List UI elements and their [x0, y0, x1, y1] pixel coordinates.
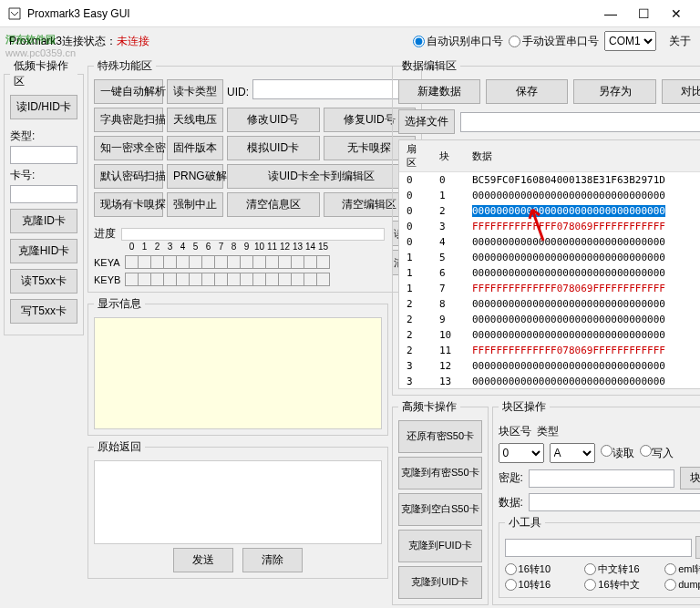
send-button[interactable]: 发送 [173, 548, 233, 572]
table-row[interactable]: 31300000000000000000000000000000000 [399, 374, 700, 389]
uid-label: UID: [227, 86, 249, 98]
table-row[interactable]: 211FFFFFFFFFFFFFF078069FFFFFFFFFFFF [399, 343, 700, 358]
change-uid-button[interactable]: 修改UID号 [227, 108, 320, 132]
saveas-data-button[interactable]: 另存为 [573, 79, 655, 104]
progress-bar [121, 228, 385, 241]
blockno-select[interactable]: 0 [499, 443, 544, 463]
dataedit-legend: 数据编辑区 [398, 58, 460, 74]
cardno-label: 卡号: [10, 168, 77, 183]
table-row[interactable]: 1600000000000000000000000000000000 [399, 265, 700, 281]
key-label: 密匙: [499, 470, 523, 486]
blockno-label: 块区号 [499, 424, 531, 439]
table-row[interactable]: 21000000000000000000000000000000000 [399, 327, 700, 343]
prng-button[interactable]: PRNG破解 [167, 164, 223, 189]
blocktype-select[interactable]: A [550, 443, 595, 463]
firmware-button[interactable]: 固件版本 [167, 136, 223, 160]
keyb-label: KEYB [94, 274, 125, 285]
file-path-input[interactable] [460, 112, 700, 132]
bit-numbers: 0123456789101112131415 [94, 242, 385, 252]
tool-radio-4[interactable]: 16转中文 [584, 578, 657, 592]
tool-radio-1[interactable]: 中文转16 [584, 562, 657, 576]
clear-info-button[interactable]: 清空信息区 [227, 192, 320, 217]
read-radio[interactable]: 读取 [601, 445, 634, 461]
table-row[interactable]: 0100000000000000000000000000000000 [399, 188, 700, 203]
display-legend: 显示信息 [94, 296, 145, 312]
raw-textarea[interactable] [94, 460, 382, 544]
raw-legend: 原始返回 [94, 439, 145, 455]
about-link[interactable]: 关于 [669, 34, 691, 49]
block-data-input[interactable] [529, 493, 700, 511]
hf-legend: 高频卡操作 [398, 399, 460, 415]
block-action-button[interactable]: 块区操作 [680, 467, 700, 489]
compare-data-button[interactable]: 对比数据 [662, 79, 700, 104]
app-icon [7, 6, 22, 21]
table-row[interactable]: 31200000000000000000000000000000000 [399, 358, 700, 374]
tool-radio-3[interactable]: 10转16 [505, 578, 578, 592]
dict-scan-button[interactable]: 字典密匙扫描 [94, 108, 163, 132]
table-row[interactable]: 17FFFFFFFFFFFFFF078069FFFFFFFFFFFF [399, 281, 700, 296]
sniff-card-button[interactable]: 现场有卡嗅探 [94, 192, 163, 217]
tools-legend: 小工具 [505, 515, 545, 531]
convert-button[interactable]: 转换 [695, 536, 700, 559]
default-pwd-button[interactable]: 默认密码扫描 [94, 164, 163, 189]
data-table[interactable]: 扇区 块 数据 00BC59FC0F160804000138E31F63B297… [399, 140, 700, 389]
clone-s50-button[interactable]: 克隆到有密S50卡 [398, 457, 482, 489]
th-sector[interactable]: 扇区 [399, 140, 432, 172]
new-data-button[interactable]: 新建数据 [398, 79, 480, 104]
card-type-button[interactable]: 读卡类型 [167, 79, 223, 104]
choose-file-button[interactable]: 选择文件 [398, 109, 455, 134]
clone-hid-button[interactable]: 克隆HID卡 [10, 239, 77, 263]
tool-radio-2[interactable]: eml转dump [664, 562, 700, 576]
table-row[interactable]: 0400000000000000000000000000000000 [399, 234, 700, 250]
th-data[interactable]: 数据 [465, 140, 700, 172]
close-button[interactable]: ✕ [660, 2, 693, 26]
display-textarea[interactable] [94, 317, 382, 429]
write-radio[interactable]: 写入 [640, 445, 674, 461]
clear-raw-button[interactable]: 清除 [242, 548, 303, 572]
auto-port-radio[interactable]: 自动识别串口号 [413, 34, 503, 49]
type-input[interactable] [10, 146, 77, 164]
read-uid-all-button[interactable]: 读UID卡全卡到编辑区 [227, 164, 416, 189]
minimize-button[interactable]: — [594, 2, 627, 26]
table-row[interactable]: 03FFFFFFFFFFFFFF078069FFFFFFFFFFFF [399, 219, 700, 234]
read-t5-button[interactable]: 读T5xx卡 [10, 269, 77, 294]
table-row[interactable]: 1500000000000000000000000000000000 [399, 250, 700, 265]
know-one-button[interactable]: 知一密求全密 [94, 136, 163, 160]
restore-s50-button[interactable]: 还原有密S50卡 [398, 420, 482, 453]
auto-parse-button[interactable]: 一键自动解析 [94, 79, 163, 104]
tool-radio-5[interactable]: dump转eml [664, 578, 700, 592]
blocktype-label: 类型 [537, 424, 559, 439]
clone-fuid-button[interactable]: 克隆到FUID卡 [398, 530, 482, 562]
keya-boxes[interactable] [125, 255, 329, 269]
save-data-button[interactable]: 保存 [486, 79, 568, 104]
sf-legend: 特殊功能区 [94, 58, 156, 74]
table-row[interactable]: 00BC59FC0F160804000138E31F63B2971D [399, 172, 700, 189]
antenna-button[interactable]: 天线电压 [167, 108, 223, 132]
maximize-button[interactable]: ☐ [627, 2, 660, 26]
clone-id-button[interactable]: 克隆ID卡 [10, 209, 77, 233]
sim-uid-button[interactable]: 模拟UID卡 [227, 136, 320, 160]
table-row[interactable]: 0200000000000000000000000000000000 [399, 203, 700, 219]
write-t5-button[interactable]: 写T5xx卡 [10, 299, 77, 324]
lf-legend: 低频卡操作区 [10, 58, 77, 89]
read-id-button[interactable]: 读ID/HID卡 [10, 95, 77, 119]
th-block[interactable]: 块 [432, 140, 465, 172]
abort-button[interactable]: 强制中止 [167, 192, 223, 217]
port-select[interactable]: COM1 [604, 31, 656, 51]
type-label: 类型: [10, 129, 77, 144]
table-row[interactable]: 2800000000000000000000000000000000 [399, 296, 700, 312]
clone-blank-s50-button[interactable]: 克隆到空白S50卡 [398, 493, 482, 526]
keyb-boxes[interactable] [125, 273, 329, 286]
table-row[interactable]: 2900000000000000000000000000000000 [399, 312, 700, 327]
window-title: Proxmark3 Easy GUI [27, 7, 594, 20]
blockdata-label: 数据: [499, 495, 523, 510]
cardno-input[interactable] [10, 185, 77, 203]
tool-radio-0[interactable]: 16转10 [505, 562, 578, 576]
tools-input[interactable] [505, 539, 692, 557]
progress-label: 进度 [94, 226, 116, 242]
manual-port-radio[interactable]: 手动设置串口号 [509, 34, 599, 49]
key-input[interactable] [529, 469, 674, 488]
clone-uid-button[interactable]: 克隆到UID卡 [398, 566, 482, 599]
blockops-legend: 块区操作 [499, 399, 550, 415]
keya-label: KEYA [94, 257, 125, 268]
